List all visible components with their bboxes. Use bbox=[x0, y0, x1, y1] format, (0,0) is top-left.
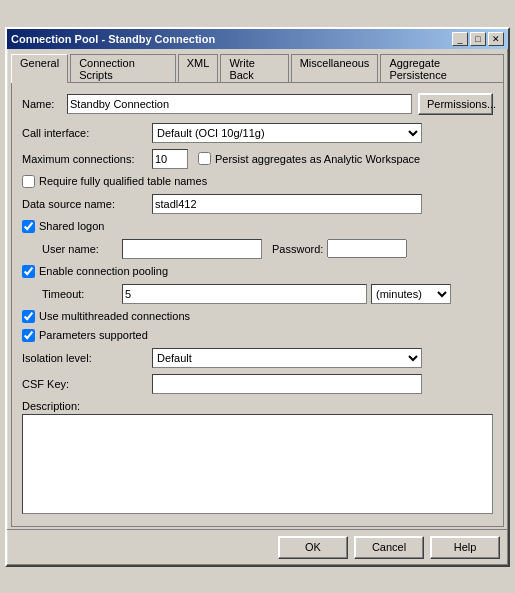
isolation-row: Isolation level: Default bbox=[22, 348, 493, 368]
multithreaded-checkbox[interactable] bbox=[22, 310, 35, 323]
params-supported-row: Parameters supported bbox=[22, 329, 493, 342]
timeout-unit-select[interactable]: (minutes) bbox=[371, 284, 451, 304]
require-fqtn-label: Require fully qualified table names bbox=[39, 175, 207, 187]
tab-aggregate-persistence[interactable]: Aggregate Persistence bbox=[380, 54, 504, 83]
description-textarea[interactable] bbox=[22, 414, 493, 514]
persist-aggregates-checkbox[interactable] bbox=[198, 152, 211, 165]
max-connections-row: Maximum connections: Persist aggregates … bbox=[22, 149, 493, 169]
name-label: Name: bbox=[22, 98, 67, 110]
user-name-label: User name: bbox=[42, 243, 122, 255]
require-fqtn-checkbox[interactable] bbox=[22, 175, 35, 188]
tab-bar: General Connection Scripts XML Write Bac… bbox=[7, 53, 508, 82]
tab-content-general: Name: Permissions... Call interface: Def… bbox=[11, 82, 504, 527]
isolation-label: Isolation level: bbox=[22, 352, 152, 364]
user-pass-row: User name: Password: bbox=[22, 239, 493, 259]
multithreaded-label: Use multithreaded connections bbox=[39, 310, 190, 322]
data-source-row: Data source name: bbox=[22, 194, 493, 214]
data-source-input[interactable] bbox=[152, 194, 422, 214]
name-row: Name: Permissions... bbox=[22, 93, 493, 115]
timeout-input[interactable] bbox=[122, 284, 367, 304]
ok-button[interactable]: OK bbox=[278, 536, 348, 559]
params-supported-checkbox[interactable] bbox=[22, 329, 35, 342]
multithreaded-row: Use multithreaded connections bbox=[22, 310, 493, 323]
params-supported-label: Parameters supported bbox=[39, 329, 148, 341]
shared-logon-row: Shared logon bbox=[22, 220, 493, 233]
window-title: Connection Pool - Standby Connection bbox=[11, 33, 215, 45]
name-input[interactable] bbox=[67, 94, 412, 114]
bottom-button-bar: OK Cancel Help bbox=[7, 529, 508, 565]
timeout-row: Timeout: (minutes) bbox=[22, 284, 493, 304]
title-bar: Connection Pool - Standby Connection _ □… bbox=[7, 29, 508, 49]
max-connections-input[interactable] bbox=[152, 149, 188, 169]
enable-pooling-row: Enable connection pooling bbox=[22, 265, 493, 278]
shared-logon-checkbox[interactable] bbox=[22, 220, 35, 233]
maximize-button[interactable]: □ bbox=[470, 32, 486, 46]
close-button[interactable]: ✕ bbox=[488, 32, 504, 46]
data-source-label: Data source name: bbox=[22, 198, 152, 210]
tab-connection-scripts[interactable]: Connection Scripts bbox=[70, 54, 176, 83]
timeout-label: Timeout: bbox=[42, 288, 122, 300]
permissions-button[interactable]: Permissions... bbox=[418, 93, 493, 115]
isolation-select[interactable]: Default bbox=[152, 348, 422, 368]
call-interface-label: Call interface: bbox=[22, 127, 152, 139]
main-window: Connection Pool - Standby Connection _ □… bbox=[5, 27, 510, 567]
call-interface-select[interactable]: Default (OCI 10g/11g) bbox=[152, 123, 422, 143]
csf-key-label: CSF Key: bbox=[22, 378, 152, 390]
help-button[interactable]: Help bbox=[430, 536, 500, 559]
csf-key-row: CSF Key: bbox=[22, 374, 493, 394]
require-fqtn-row: Require fully qualified table names bbox=[22, 175, 493, 188]
enable-pooling-checkbox[interactable] bbox=[22, 265, 35, 278]
description-section: Description: bbox=[22, 400, 493, 516]
tab-general[interactable]: General bbox=[11, 54, 68, 83]
password-label: Password: bbox=[272, 243, 323, 255]
tab-miscellaneous[interactable]: Miscellaneous bbox=[291, 54, 379, 83]
user-name-input[interactable] bbox=[122, 239, 262, 259]
title-bar-controls: _ □ ✕ bbox=[452, 32, 504, 46]
persist-aggregates-label: Persist aggregates as Analytic Workspace bbox=[215, 153, 420, 165]
minimize-button[interactable]: _ bbox=[452, 32, 468, 46]
enable-pooling-label: Enable connection pooling bbox=[39, 265, 168, 277]
description-label: Description: bbox=[22, 400, 493, 412]
tab-xml[interactable]: XML bbox=[178, 54, 219, 83]
shared-logon-label: Shared logon bbox=[39, 220, 104, 232]
csf-key-input[interactable] bbox=[152, 374, 422, 394]
password-input[interactable] bbox=[327, 239, 407, 258]
call-interface-row: Call interface: Default (OCI 10g/11g) bbox=[22, 123, 493, 143]
tab-write-back[interactable]: Write Back bbox=[220, 54, 288, 83]
cancel-button[interactable]: Cancel bbox=[354, 536, 424, 559]
max-connections-label: Maximum connections: bbox=[22, 153, 152, 165]
